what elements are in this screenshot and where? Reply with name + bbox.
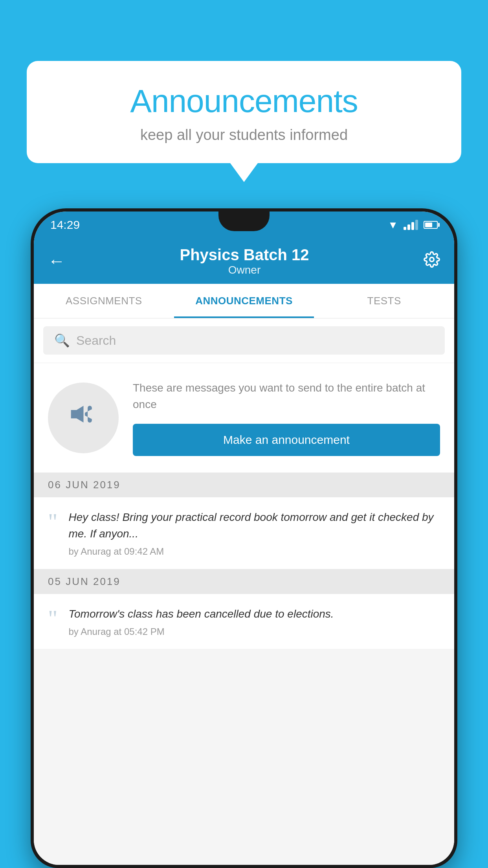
speech-bubble-title: Announcements xyxy=(50,83,438,120)
announcement-right: These are messages you want to send to t… xyxy=(133,380,440,456)
date-separator-1: 06 JUN 2019 xyxy=(34,473,454,497)
search-placeholder: Search xyxy=(76,333,116,348)
phone-frame: 14:29 ▼ xyxy=(31,208,457,868)
announcement-meta-2: by Anurag at 05:42 PM xyxy=(69,626,440,637)
tab-bar: ASSIGNMENTS ANNOUNCEMENTS TESTS xyxy=(34,284,454,318)
settings-button[interactable] xyxy=(424,251,440,271)
announcement-prompt: These are messages you want to send to t… xyxy=(34,363,454,473)
announcement-content-1: Hey class! Bring your practical record b… xyxy=(69,509,440,557)
app-header: ← Physics Batch 12 Owner xyxy=(34,238,454,284)
announcement-content-2: Tomorrow's class has been cancelled due … xyxy=(69,606,440,637)
header-subtitle: Owner xyxy=(65,264,424,276)
battery-icon xyxy=(424,221,438,229)
announcement-description: These are messages you want to send to t… xyxy=(133,380,440,413)
header-title: Physics Batch 12 xyxy=(65,246,424,264)
phone-screen: 14:29 ▼ xyxy=(34,211,454,865)
wifi-icon: ▼ xyxy=(388,219,398,231)
search-bar[interactable]: 🔍 Search xyxy=(43,326,445,355)
status-icons: ▼ xyxy=(388,219,438,231)
quote-icon-2: " xyxy=(48,609,58,628)
svg-point-0 xyxy=(430,257,434,261)
back-button[interactable]: ← xyxy=(48,251,65,271)
content-area: 🔍 Search These are messages yo xyxy=(34,318,454,865)
tab-tests[interactable]: TESTS xyxy=(314,284,454,318)
date-separator-2: 05 JUN 2019 xyxy=(34,569,454,594)
tab-assignments[interactable]: ASSIGNMENTS xyxy=(34,284,174,318)
tab-announcements[interactable]: ANNOUNCEMENTS xyxy=(174,284,314,318)
speech-bubble-subtitle: keep all your students informed xyxy=(50,127,438,143)
search-container: 🔍 Search xyxy=(34,318,454,362)
megaphone-icon xyxy=(67,397,100,438)
announcement-item-2[interactable]: " Tomorrow's class has been cancelled du… xyxy=(34,594,454,649)
announcement-text-1: Hey class! Bring your practical record b… xyxy=(69,509,440,542)
announcement-meta-1: by Anurag at 09:42 AM xyxy=(69,546,440,557)
speech-bubble: Announcements keep all your students inf… xyxy=(27,61,461,163)
announcement-item-1[interactable]: " Hey class! Bring your practical record… xyxy=(34,497,454,569)
quote-icon-1: " xyxy=(48,512,58,531)
phone-notch xyxy=(218,211,270,231)
speech-bubble-section: Announcements keep all your students inf… xyxy=(27,61,461,163)
search-icon: 🔍 xyxy=(54,333,70,348)
make-announcement-button[interactable]: Make an announcement xyxy=(133,424,440,456)
announcement-icon-circle xyxy=(48,383,119,453)
header-center: Physics Batch 12 Owner xyxy=(65,246,424,276)
announcement-text-2: Tomorrow's class has been cancelled due … xyxy=(69,606,440,622)
phone-inner: 14:29 ▼ xyxy=(34,211,454,865)
status-time: 14:29 xyxy=(50,218,80,232)
signal-icon xyxy=(404,220,418,230)
